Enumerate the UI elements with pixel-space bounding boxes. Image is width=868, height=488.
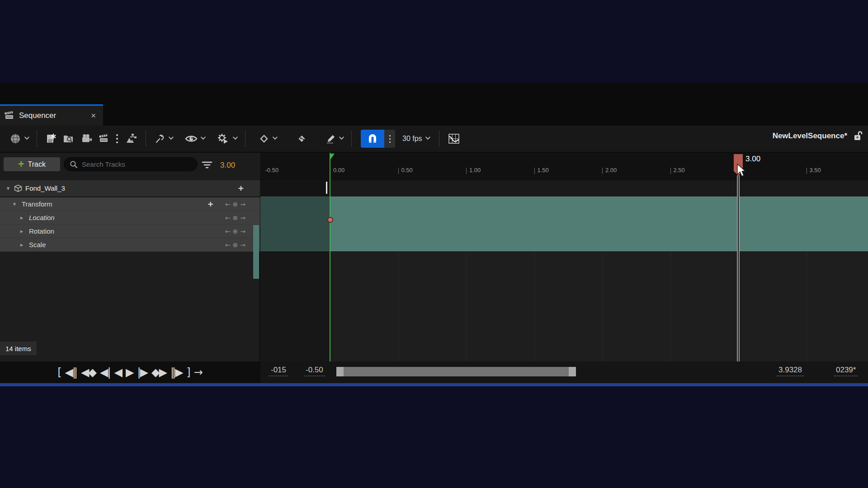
track-row-transform[interactable]: ▾Transform+←⊕→: [0, 197, 260, 211]
track-row-location[interactable]: ▸Location←⊕→: [0, 211, 260, 225]
playback-mode-button[interactable]: →: [194, 367, 202, 378]
save-button[interactable]: [42, 129, 60, 149]
actor-sequence-icon: [125, 133, 137, 145]
playback-start-line[interactable]: [330, 153, 330, 361]
add-key-button[interactable]: ⊕: [233, 228, 238, 235]
ruler-tick-label: 0.00: [333, 167, 344, 174]
playhead-line[interactable]: [737, 175, 740, 361]
next-key-button[interactable]: →: [240, 228, 245, 235]
playback-options-button[interactable]: [214, 129, 240, 149]
ruler-tick: [602, 168, 603, 174]
bottom-bar: [◀‖◀◆◀|◀▶|▶◆▶‖▶]→ -015 -0.50 3.9328 0239…: [0, 361, 868, 383]
snap-toggle-button[interactable]: [361, 130, 384, 148]
items-count-badge: 14 items: [0, 342, 37, 355]
prev-key-button[interactable]: ←: [225, 214, 231, 221]
ruler-tick-label: 3.50: [810, 167, 821, 174]
prev-key-button[interactable]: ←: [225, 201, 231, 208]
search-input[interactable]: Search Tracks: [64, 157, 198, 171]
chevron-down-icon: [339, 135, 344, 140]
add-key-button[interactable]: ⊕: [233, 241, 238, 249]
chevron-down-icon[interactable]: ▾: [11, 201, 18, 207]
play-button[interactable]: ▶: [126, 367, 133, 378]
snap-options-button[interactable]: [384, 130, 395, 148]
ruler-tick: [466, 168, 467, 174]
scrollbar-left-handle[interactable]: [336, 367, 344, 376]
view-start-time-field[interactable]: -0.50: [304, 366, 325, 376]
timeline-scrollbar[interactable]: [336, 367, 576, 376]
prev-key-button[interactable]: ←: [225, 228, 231, 235]
next-key-frame-button[interactable]: ‖▶: [170, 367, 182, 378]
chevron-down-icon[interactable]: ▾: [5, 185, 12, 192]
chevron-right-icon[interactable]: ▸: [18, 228, 25, 235]
fps-label: 30 fps: [402, 135, 422, 143]
actions-dropdown-button[interactable]: [151, 129, 175, 149]
wrench-icon: [155, 133, 165, 144]
prev-key-button[interactable]: ←: [225, 241, 231, 249]
scrollbar-right-handle[interactable]: [569, 367, 576, 376]
chevron-down-icon: [233, 135, 238, 140]
add-key-button[interactable]: ⊕: [233, 214, 238, 221]
current-time-field[interactable]: 3.00: [220, 161, 235, 170]
previous-key-frame-button[interactable]: ◀‖: [65, 367, 77, 378]
curve-editor-button[interactable]: [445, 129, 463, 149]
add-key-button[interactable]: ⊕: [233, 201, 238, 208]
next-key-button[interactable]: →: [240, 241, 245, 249]
chevron-down-icon: [425, 135, 430, 140]
browse-button[interactable]: [60, 129, 78, 149]
keyframe-options-button[interactable]: [255, 129, 279, 149]
view-options-button[interactable]: [182, 129, 208, 149]
keyframe-dot[interactable]: [327, 217, 333, 223]
track-label: Rotation: [29, 227, 54, 235]
jump-to-front-button[interactable]: [: [57, 367, 61, 378]
next-key-button[interactable]: ◆▶: [151, 367, 166, 378]
grid-line: [398, 251, 399, 361]
auto-key-button[interactable]: [293, 129, 311, 149]
sequencer-window: Sequencer ×: [0, 83, 868, 383]
ruler-tick-label: 2.50: [674, 167, 685, 174]
tab-sequencer[interactable]: Sequencer ×: [0, 104, 103, 126]
track-row-scale[interactable]: ▸Scale←⊕→: [0, 238, 260, 252]
chevron-down-icon: [273, 135, 278, 140]
world-icon: [9, 133, 21, 145]
add-section-button[interactable]: +: [208, 199, 213, 209]
track-row-rotation[interactable]: ▸Rotation←⊕→: [0, 225, 260, 238]
filter-button[interactable]: [202, 161, 212, 169]
current-frame-field[interactable]: 0239*: [834, 366, 858, 376]
sequencer-toolbar: 30 fps: [0, 126, 868, 153]
edit-options-button[interactable]: [321, 129, 346, 149]
view-start-frame-field[interactable]: -015: [269, 366, 288, 376]
world-dropdown-button[interactable]: [6, 129, 31, 149]
play-reverse-button[interactable]: ◀: [114, 367, 121, 378]
view-end-time-field[interactable]: 3.9328: [777, 366, 804, 376]
clapperboard-tab-icon: [5, 111, 14, 120]
track-rows: ▾Fond_Wall_3+▾Transform+←⊕→▸Location←⊕→▸…: [0, 180, 260, 252]
sequence-title: NewLevelSequence*: [773, 131, 847, 141]
render-options-button[interactable]: [112, 129, 122, 149]
chevron-right-icon[interactable]: ▸: [18, 241, 25, 248]
chevron-down-icon: [24, 135, 29, 140]
track-label: Fond_Wall_3: [25, 184, 65, 192]
chevron-right-icon[interactable]: ▸: [18, 214, 25, 221]
section-band[interactable]: [330, 197, 868, 251]
close-icon[interactable]: ×: [88, 111, 99, 121]
step-backward-button[interactable]: ◀|: [100, 367, 110, 378]
object-track-lane: [260, 180, 868, 197]
fps-dropdown[interactable]: 30 fps: [402, 135, 429, 143]
desktop: Sequencer ×: [0, 0, 868, 488]
add-track-button[interactable]: + Track: [4, 157, 60, 171]
render-movie-button[interactable]: [96, 129, 112, 149]
jump-to-end-button[interactable]: ]: [186, 367, 189, 378]
timeline-area[interactable]: -0.500.000.501.001.502.002.503.50 3.00: [260, 153, 868, 361]
actor-sequence-button[interactable]: [122, 129, 140, 149]
create-camera-button[interactable]: [78, 129, 96, 149]
previous-key-button[interactable]: ◀◆: [81, 367, 96, 378]
timeline-ruler[interactable]: -0.500.000.501.001.502.002.503.50: [260, 153, 868, 180]
track-row-fond_wall_3[interactable]: ▾Fond_Wall_3+: [0, 180, 260, 197]
grid-line: [807, 251, 807, 361]
add-section-button[interactable]: +: [238, 183, 244, 193]
playback-start-flag-icon[interactable]: [330, 154, 335, 160]
next-key-button[interactable]: →: [240, 214, 245, 221]
lock-icon[interactable]: [853, 130, 863, 142]
step-forward-button[interactable]: |▶: [137, 367, 147, 378]
next-key-button[interactable]: →: [240, 201, 245, 208]
